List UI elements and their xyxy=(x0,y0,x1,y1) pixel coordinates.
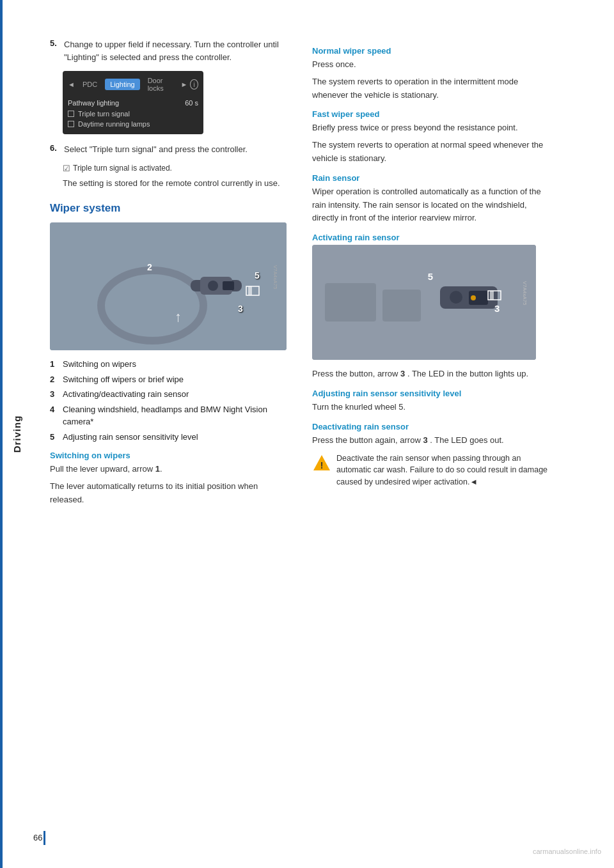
svg-text:↑: ↑ xyxy=(175,309,182,325)
screen-checkbox-icon xyxy=(68,111,74,117)
screen-tab-doorlocks: Door locks xyxy=(143,75,178,94)
image-side-text: V7A4xA75 xyxy=(273,265,279,290)
screen-pathway-value: 60 s xyxy=(185,99,198,107)
screen-checkbox-triple-label: Triple turn signal xyxy=(78,110,130,118)
svg-text:5: 5 xyxy=(255,270,260,281)
two-column-layout: 5. Change to upper field if necessary. T… xyxy=(50,38,588,510)
num-item-3: 3 Activating/deactivating rain sensor xyxy=(50,388,293,401)
fast-wiper-text1: Briefly press twice or press beyond the … xyxy=(312,121,555,135)
fast-wiper-heading: Fast wiper speed xyxy=(312,109,555,119)
adjusting-text: Turn the knurled wheel 5. xyxy=(312,401,555,414)
num-item-2-text: Switching off wipers or brief wipe xyxy=(63,373,184,386)
activating-rain-sensor-heading: Activating rain sensor xyxy=(312,233,555,242)
warning-triangle-icon: ! xyxy=(312,454,331,473)
num-item-3-text: Activating/deactivating rain sensor xyxy=(63,388,189,401)
screen-pathway-label: Pathway lighting xyxy=(68,99,185,107)
step-6-num: 6. xyxy=(50,143,60,156)
screen-checkbox-daytime-label: Daytime running lamps xyxy=(78,120,150,128)
step-6-text: Select "Triple turn signal" and press th… xyxy=(64,143,248,156)
screen-tab-pdc: PDC xyxy=(77,79,102,90)
rain-sensor-image-label: V7A4xA75 xyxy=(523,281,528,306)
svg-point-18 xyxy=(471,295,476,300)
screen-info-icon: i xyxy=(190,79,198,89)
step-6-area: 6. Select "Triple turn signal" and press… xyxy=(50,143,293,189)
svg-rect-9 xyxy=(248,286,252,295)
svg-point-16 xyxy=(450,291,462,304)
svg-rect-14 xyxy=(382,290,421,322)
warning-box: ! Deactivate the rain sensor when passin… xyxy=(312,453,555,488)
switching-on-wipers-text1: Pull the lever upward, arrow 1. xyxy=(50,463,293,476)
rain-sensor-press-text: Press the button, arrow 3 . The LED in t… xyxy=(312,368,555,381)
wiper-image: 5 3 2 ↑ V7A4xA75 xyxy=(50,222,287,350)
num-item-1: 1 Switching on wipers xyxy=(50,358,293,371)
normal-wiper-text2: The system reverts to operation in the i… xyxy=(312,75,555,102)
checkmark-icon: ☑ xyxy=(63,164,70,173)
step-5-num: 5. xyxy=(50,38,60,63)
warning-triangle-svg: ! xyxy=(312,454,331,473)
svg-text:5: 5 xyxy=(428,271,433,282)
screen-tabs: ◄ PDC Lighting Door locks ► i xyxy=(68,75,198,94)
svg-rect-20 xyxy=(490,291,494,300)
svg-rect-5 xyxy=(223,281,234,290)
step-5: 5. Change to upper field if necessary. T… xyxy=(50,38,293,63)
sidebar-label: Driving xyxy=(12,415,22,453)
screen-left-arrow: ◄ xyxy=(68,81,75,88)
main-content: 5. Change to upper field if necessary. T… xyxy=(31,0,614,868)
page-number: 66 xyxy=(33,833,42,842)
page-container: Driving 5. Change to upper field if nece… xyxy=(0,0,614,868)
num-2: 2 xyxy=(50,373,59,386)
svg-text:!: ! xyxy=(320,460,324,470)
adjusting-heading: Adjusting rain sensor sensitivity level xyxy=(312,389,555,398)
deactivating-text: Press the button again, arrow 3 . The LE… xyxy=(312,434,555,447)
wiper-image-inner: 5 3 2 ↑ xyxy=(50,222,287,350)
rain-sensor-svg: 5 3 xyxy=(312,245,536,360)
screen-checkbox-triple: Triple turn signal xyxy=(68,110,198,118)
screen-row-pathway: Pathway lighting 60 s xyxy=(68,99,198,107)
num-item-4-text: Cleaning windshield, headlamps and BMW N… xyxy=(63,403,293,428)
svg-point-4 xyxy=(208,281,218,291)
deactivating-arrow-bold: 3 xyxy=(423,435,427,445)
svg-text:3: 3 xyxy=(238,304,243,314)
rain-sensor-heading: Rain sensor xyxy=(312,173,555,183)
page-bar xyxy=(43,831,45,845)
checkmark-line: ☑ Triple turn signal is activated. xyxy=(63,164,293,173)
num-item-4: 4 Cleaning windshield, headlamps and BMW… xyxy=(50,403,293,428)
num-item-5-text: Adjusting rain sensor sensitivity level xyxy=(63,431,198,444)
rain-sensor-image: 5 3 V7A4xA75 xyxy=(312,245,536,360)
wiper-image-svg: 5 3 2 ↑ xyxy=(50,222,287,350)
screen-checkbox-daytime: Daytime running lamps xyxy=(68,120,198,128)
num-5: 5 xyxy=(50,431,59,444)
screen-tab-lighting: Lighting xyxy=(105,79,140,90)
screen-checkbox-daytime-icon xyxy=(68,121,74,127)
num-3: 3 xyxy=(50,388,59,401)
screen-right-arrow: ► xyxy=(180,81,187,88)
left-column: 5. Change to upper field if necessary. T… xyxy=(50,38,293,510)
num-item-2: 2 Switching off wipers or brief wipe xyxy=(50,373,293,386)
step-5-text: Change to upper field if necessary. Turn… xyxy=(64,38,293,63)
fast-wiper-text2: The system reverts to operation at norma… xyxy=(312,139,555,166)
watermark: carmanualsonline.info xyxy=(533,848,601,855)
screen-mock: ◄ PDC Lighting Door locks ► i Pathway li… xyxy=(63,71,203,134)
rain-sensor-text: Wiper operation is controlled automatica… xyxy=(312,185,555,225)
deactivating-heading: Deactivating rain sensor xyxy=(312,422,555,431)
normal-wiper-heading: Normal wiper speed xyxy=(312,46,555,56)
right-column: Normal wiper speed Press once. The syste… xyxy=(312,38,555,510)
checkmark-text: Triple turn signal is activated. xyxy=(73,164,172,173)
num-item-5: 5 Adjusting rain sensor sensitivity leve… xyxy=(50,431,293,444)
svg-text:2: 2 xyxy=(147,262,152,272)
num-item-1-text: Switching on wipers xyxy=(63,358,136,371)
switching-on-wipers-heading: Switching on wipers xyxy=(50,451,293,460)
num-list: 1 Switching on wipers 2 Switching off wi… xyxy=(50,358,293,443)
sidebar: Driving xyxy=(0,0,31,868)
step-6: 6. Select "Triple turn signal" and press… xyxy=(50,143,293,156)
setting-stored-text: The setting is stored for the remote con… xyxy=(63,177,293,190)
wiper-section-title: Wiper system xyxy=(50,202,293,215)
warning-text: Deactivate the rain sensor when passing … xyxy=(336,453,555,488)
num-4: 4 xyxy=(50,403,59,428)
rain-sensor-arrow-bold: 3 xyxy=(400,369,405,378)
svg-rect-13 xyxy=(325,283,376,322)
svg-text:3: 3 xyxy=(494,303,500,314)
normal-wiper-text1: Press once. xyxy=(312,58,555,72)
switching-on-wipers-text2: The lever automatically returns to its i… xyxy=(50,480,293,507)
num-1: 1 xyxy=(50,358,59,371)
